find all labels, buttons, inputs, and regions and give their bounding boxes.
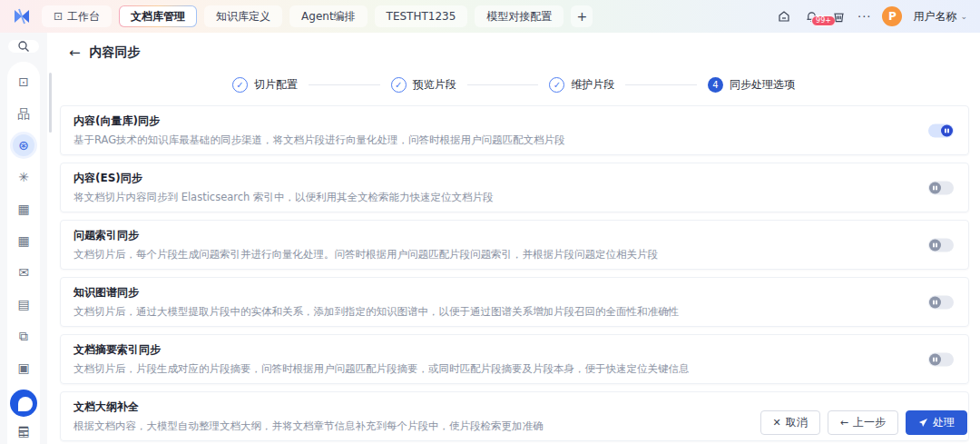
step-maintain-segments: ✓ 维护片段 [549,77,614,93]
back-arrow-icon[interactable]: ← [69,44,81,61]
step-label: 维护片段 [571,77,614,93]
sidebar-item-mail-settings[interactable]: ✉ [13,261,34,283]
sidebar-item-org-structure[interactable]: 品 [13,103,34,124]
tab-label: TESTHT1235 [387,10,456,23]
step-connector [467,84,539,85]
add-tab-button[interactable]: + [571,5,593,27]
toggle-knob [929,239,941,251]
step-label: 预览片段 [413,77,456,93]
user-menu[interactable]: 用户名称 ⌄ [913,9,967,25]
option-description: 文档切片后，片段生成对应的片段摘要，问答时根据用户问题匹配片段摘要，或同时匹配片… [74,362,956,376]
toggle-es-sync[interactable] [928,181,954,194]
step-connector [625,84,697,85]
option-description: 文档切片后，通过大模型提取片段中的实体和关系，添加到指定的知识图谱中，以便于通过… [74,305,956,319]
option-es-sync: 内容(ES)同步 将文档切片内容同步到 Elasticsearch 索引中，以便… [60,163,969,212]
option-title: 文档摘要索引同步 [74,342,956,358]
sidebar-item-workbench[interactable]: ⊡ [13,71,34,93]
recycle-bin-icon[interactable] [830,8,847,25]
tab-label: 知识库定义 [216,9,270,25]
notifications-bell-icon[interactable]: 99+ [803,8,819,25]
toggle-question-index-sync[interactable] [928,238,954,252]
main-content: ← 内容同步 ✓ 切片配置 ✓ 预览片段 ✓ 维护片段 [47,33,980,444]
tab-label: 工作台 [67,9,100,25]
sidebar-item-plugins[interactable]: ✳ [13,166,34,188]
tab-doc-library[interactable]: 文档库管理 [119,5,197,27]
tab-label: 模型对接配置 [486,9,552,25]
topbar-actions: 99+ ··· P 用户名称 ⌄ [776,6,967,26]
step-check-icon: ✓ [232,77,248,93]
tab-model-config[interactable]: 模型对接配置 [475,5,564,27]
home-icon[interactable] [776,8,792,25]
option-description: 文档切片后，每个片段生成问题索引并进行向量化处理。问答时根据用户问题匹配片段问题… [74,248,956,261]
left-arrow-icon: ← [840,417,848,429]
page-title: 内容同步 [90,44,141,61]
toggle-vector-sync[interactable] [928,123,954,137]
close-icon: ✕ [773,417,781,429]
option-title: 知识图谱同步 [74,285,956,301]
search-button[interactable] [8,40,39,53]
process-button[interactable]: 处理 [906,410,967,435]
step-number: 4 [708,77,723,93]
sidebar-item-knowledge-base[interactable]: ⊛ [13,134,34,156]
app-window: ⊡ 工作台 文档库管理 知识库定义 Agent编排 TESTHT1235 模型对… [0,0,980,444]
step-check-icon: ✓ [549,77,564,93]
option-title: 内容(向量库)同步 [74,113,956,129]
sidebar-item-folder-settings[interactable]: ▣ [13,357,34,379]
cancel-button[interactable]: ✕ 取消 [760,410,820,435]
sidebar-item-calendar-a[interactable]: ▦ [13,198,34,220]
sidebar-icon-group: ⊡ 品 ⊛ ✳ ▦ ▦ ✉ ▤ ⧉ ▣ ⊞ ◱ ☲ [7,62,40,444]
step-label: 切片配置 [254,77,298,93]
scrollbar-thumb[interactable] [49,73,52,133]
tab-kb-definition[interactable]: 知识库定义 [204,5,282,27]
sidebar: ⊡ 品 ⊛ ✳ ▦ ▦ ✉ ▤ ⧉ ▣ ⊞ ◱ ☲ ☰ [0,33,47,444]
step-label: 同步处理选项 [730,77,795,93]
option-question-index-sync: 问题索引同步 文档切片后，每个片段生成问题索引并进行向量化处理。问答时根据用户问… [60,220,969,270]
tab-label: Agent编排 [301,9,356,25]
tab-agent-orchestration[interactable]: Agent编排 [289,5,368,27]
chevron-down-icon: ⌄ [960,12,967,21]
option-description: 将文档切片内容同步到 Elasticsearch 索引中，以便利用其全文检索能力… [74,191,956,204]
sidebar-item-flow[interactable]: ⧉ [13,325,34,347]
toggle-knob [941,124,953,136]
toggle-summary-index-sync[interactable] [928,352,954,366]
user-avatar[interactable]: P [882,6,902,26]
monitor-icon: ⊡ [54,10,63,23]
option-vector-sync: 内容(向量库)同步 基于RAG技术的知识库最基础的同步渠道，将文档片段进行向量化… [60,105,969,155]
toggle-knob [929,182,941,193]
sidebar-bottom: ☰ [10,390,37,439]
tab-label: 文档库管理 [131,9,185,25]
toggle-knob [929,353,941,365]
option-title: 内容(ES)同步 [74,171,956,186]
step-preview-segments: ✓ 预览片段 [391,77,456,93]
step-connector [309,84,380,85]
sidebar-item-calendar-b[interactable]: ▦ [13,230,34,252]
send-icon [918,418,928,428]
stepper: ✓ 切片配置 ✓ 预览片段 ✓ 维护片段 4 同步处理选项 [232,77,795,93]
step-slice-config: ✓ 切片配置 [232,77,298,93]
page-header: ← 内容同步 [47,33,980,61]
sidebar-item-keyboard[interactable]: ▤ [13,293,34,315]
button-label: 取消 [786,415,808,430]
step-check-icon: ✓ [391,77,407,93]
toggle-knowledge-graph-sync[interactable] [928,295,954,309]
tab-workbench[interactable]: ⊡ 工作台 [42,5,112,27]
step-sync-options: 4 同步处理选项 [708,77,795,93]
sync-options-list: 内容(向量库)同步 基于RAG技术的知识库最基础的同步渠道，将文档片段进行向量化… [47,105,980,441]
user-name: 用户名称 [913,9,956,25]
previous-step-button[interactable]: ← 上一步 [828,410,898,435]
tab-testht1235[interactable]: TESTHT1235 [375,5,468,27]
toggle-knob [929,296,941,308]
option-summary-index-sync: 文档摘要索引同步 文档切片后，片段生成对应的片段摘要，问答时根据用户问题匹配片段… [60,334,969,384]
button-label: 处理 [933,415,955,430]
footer-actions: ✕ 取消 ← 上一步 处理 [760,410,967,435]
tab-bar: ⊡ 工作台 文档库管理 知识库定义 Agent编排 TESTHT1235 模型对… [42,5,765,27]
option-description: 基于RAG技术的知识库最基础的同步渠道，将文档片段进行向量化处理，问答时根据用户… [74,133,956,147]
option-knowledge-graph-sync: 知识图谱同步 文档切片后，通过大模型提取片段中的实体和关系，添加到指定的知识图谱… [60,277,969,327]
assistant-logo-icon[interactable] [10,390,37,417]
app-logo-icon [13,7,31,25]
topbar: ⊡ 工作台 文档库管理 知识库定义 Agent编排 TESTHT1235 模型对… [0,0,980,33]
more-options-icon[interactable]: ··· [858,10,871,24]
option-title: 问题索引同步 [74,228,956,243]
button-label: 上一步 [853,415,886,430]
collapse-sidebar-icon[interactable]: ☰ [18,424,30,439]
